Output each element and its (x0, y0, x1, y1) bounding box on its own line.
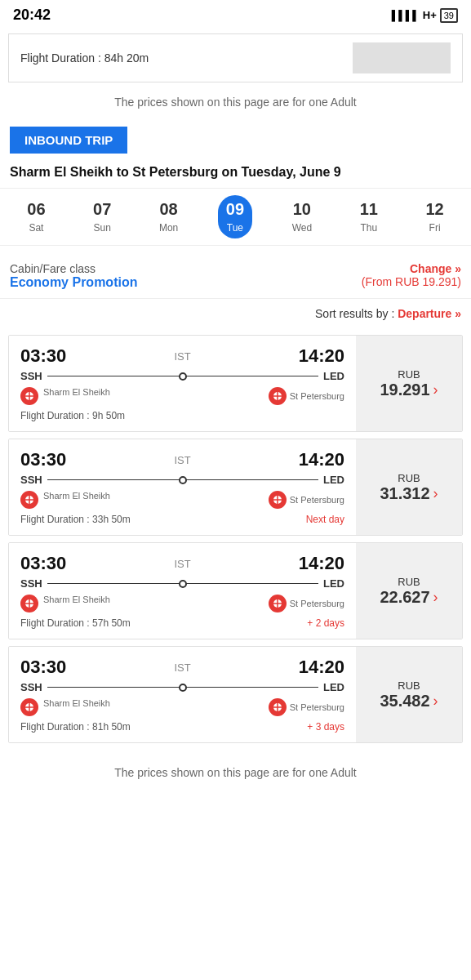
via-label-1: IST (174, 454, 190, 466)
price-row-1: 31.312 › (380, 484, 438, 503)
flight-times-1: 03:30 IST 14:20 (20, 449, 344, 470)
network-type: H+ (423, 9, 437, 21)
date-num-12: 12 (425, 200, 443, 219)
arr-name-2: St Petersburg (290, 599, 344, 608)
price-arrow-3: › (433, 693, 438, 710)
sort-results[interactable]: Sort results by : Departure » (0, 299, 471, 328)
dep-time-3: 03:30 (20, 657, 66, 678)
date-day-09: Tue (227, 222, 243, 234)
route-line-container-2 (47, 583, 318, 585)
price-content-2: RUB 22.627 › (380, 576, 438, 607)
dep-name-0: Sharm El Sheikh (43, 387, 110, 397)
date-num-09: 09 (226, 200, 244, 219)
price-amount-2: 22.627 (380, 588, 429, 607)
price-box-2[interactable]: RUB 22.627 › (356, 543, 462, 639)
bottom-info-message: The prices shown on this page are for on… (0, 750, 471, 804)
top-flight-duration-bar: Flight Duration : 84h 20m (8, 33, 463, 82)
cabin-label: Cabin/Fare class (10, 262, 137, 275)
route-line-right-2 (183, 583, 318, 585)
arr-code-0: LED (323, 370, 344, 382)
date-item-09[interactable]: 09 Tue (218, 195, 252, 238)
cabin-change[interactable]: Change » (From RUB 19.291) (362, 262, 461, 288)
price-arrow-1: › (433, 485, 438, 502)
price-currency-1: RUB (380, 472, 438, 484)
date-num-11: 11 (360, 200, 378, 219)
dep-code-0: SSH (20, 370, 42, 382)
date-item-06[interactable]: 06 Sat (19, 195, 53, 238)
cabin-value: Economy Promotion (10, 275, 137, 290)
date-num-06: 06 (27, 200, 45, 219)
top-info-message: The prices shown on this page are for on… (0, 86, 471, 118)
airline-logos-row-2: Sharm El Sheikh St Petersburg (20, 595, 344, 612)
price-amount-3: 35.482 (380, 692, 429, 710)
price-row-3: 35.482 › (380, 692, 438, 710)
duration-text-3: Flight Duration : 81h 50m (20, 721, 131, 733)
airline-logo-dep-2 (20, 595, 38, 612)
dep-code-3: SSH (20, 681, 42, 693)
price-amount-1: 31.312 (380, 484, 429, 503)
date-day-10: Wed (292, 222, 312, 234)
via-label-3: IST (174, 662, 190, 674)
price-content-0: RUB 19.291 › (380, 368, 438, 399)
route-dot-0 (179, 372, 187, 381)
arr-time-0: 14:20 (299, 345, 344, 367)
dep-time-1: 03:30 (20, 449, 66, 470)
price-amount-0: 19.291 (380, 381, 429, 399)
flight-duration-row-1: Flight Duration : 33h 50m Next day (20, 514, 344, 525)
status-icons: ▌▌▌▌ H+ 39 (392, 8, 458, 23)
route-line-right-0 (183, 376, 318, 377)
flight-info-0: 03:30 IST 14:20 SSH LED (9, 336, 356, 431)
duration-text-0: Flight Duration : 9h 50m (20, 410, 125, 421)
dep-code-1: SSH (20, 474, 42, 486)
dep-name-3: Sharm El Sheikh (43, 698, 110, 708)
airline-logo-dep-0 (20, 387, 38, 405)
flight-duration-row-2: Flight Duration : 57h 50m + 2 days (20, 617, 344, 629)
date-item-12[interactable]: 12 Fri (417, 195, 451, 238)
signal-icon: ▌▌▌▌ (392, 10, 420, 21)
price-row-2: 22.627 › (380, 588, 438, 607)
route-line-container-3 (47, 687, 318, 688)
flight-times-2: 03:30 IST 14:20 (20, 553, 344, 574)
cabin-price: (From RUB 19.291) (362, 275, 461, 288)
inbound-trip-button[interactable]: INBOUND TRIP (10, 127, 127, 154)
date-num-10: 10 (293, 200, 311, 219)
battery-icon: 39 (440, 8, 458, 23)
route-line-container-0 (47, 376, 318, 377)
flight-info-1: 03:30 IST 14:20 SSH LED (9, 439, 356, 535)
arr-time-3: 14:20 (299, 657, 344, 678)
change-link[interactable]: Change » (362, 262, 461, 275)
price-box-3[interactable]: RUB 35.482 › (356, 647, 462, 742)
arr-name-0: St Petersburg (290, 391, 344, 401)
flight-list: 03:30 IST 14:20 SSH LED (0, 335, 471, 743)
route-line-left-0 (47, 376, 183, 377)
route-line-left-2 (47, 583, 183, 585)
top-flight-duration-text: Flight Duration : 84h 20m (20, 51, 149, 65)
sort-label: Sort results by : (315, 307, 394, 320)
route-line-left-3 (47, 687, 183, 688)
price-box-1[interactable]: RUB 31.312 › (356, 439, 462, 535)
airline-logo-arr-0 (269, 387, 287, 405)
price-box-0[interactable]: RUB 19.291 › (356, 336, 462, 431)
dep-time-2: 03:30 (20, 553, 66, 574)
duration-text-2: Flight Duration : 57h 50m (20, 617, 131, 629)
date-item-11[interactable]: 11 Thu (352, 195, 386, 238)
date-item-10[interactable]: 10 Wed (284, 195, 320, 238)
airline-logos-row-0: Sharm El Sheikh St Petersburg (20, 387, 344, 405)
date-item-08[interactable]: 08 Mon (151, 195, 186, 238)
price-currency-2: RUB (380, 576, 438, 588)
flight-route-3: SSH LED (20, 681, 344, 693)
flight-card-3: 03:30 IST 14:20 SSH LED (8, 646, 463, 743)
dep-name-1: Sharm El Sheikh (43, 491, 110, 501)
date-day-08: Mon (159, 222, 178, 234)
duration-text-1: Flight Duration : 33h 50m (20, 514, 131, 525)
date-num-07: 07 (93, 200, 111, 219)
cabin-fare-section: Cabin/Fare class Economy Promotion Chang… (0, 254, 471, 299)
battery-level: 39 (444, 11, 454, 20)
date-selector: 06 Sat 07 Sun 08 Mon 09 Tue 10 Wed 11 Th… (0, 188, 471, 246)
date-item-07[interactable]: 07 Sun (85, 195, 119, 238)
date-day-06: Sat (29, 222, 43, 234)
flight-route-2: SSH LED (20, 577, 344, 590)
sort-value[interactable]: Departure » (398, 307, 461, 320)
airline-logos-row-1: Sharm El Sheikh St Petersburg (20, 491, 344, 509)
airline-logo-arr-2 (269, 595, 287, 612)
